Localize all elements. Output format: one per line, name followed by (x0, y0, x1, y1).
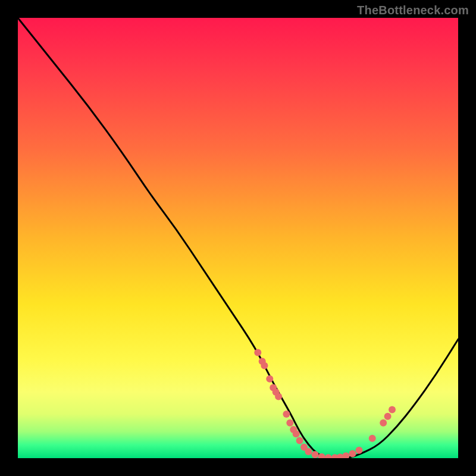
curve-marker (369, 435, 376, 442)
curve-marker (275, 393, 282, 400)
curve-marker (342, 452, 349, 458)
curve-marker (296, 437, 303, 444)
curve-marker (389, 406, 396, 414)
curve-marker (283, 411, 290, 418)
curve-marker (380, 419, 387, 427)
curve-marker (266, 375, 273, 383)
bottleneck-curve (18, 18, 458, 458)
curve-marker (286, 419, 293, 427)
curve-marker (325, 454, 332, 458)
chart-frame: TheBottleneck.com (0, 0, 476, 476)
curve-marker (293, 430, 300, 437)
curve-marker (349, 450, 356, 458)
bottleneck-curve-svg (18, 18, 458, 458)
curve-markers (254, 349, 396, 458)
curve-marker (254, 349, 261, 356)
curve-marker (356, 447, 363, 454)
curve-marker (305, 448, 312, 455)
plot-area (18, 18, 458, 458)
curve-marker (312, 451, 319, 458)
curve-marker (261, 362, 268, 369)
watermark-text: TheBottleneck.com (357, 4, 469, 17)
curve-marker (384, 413, 392, 420)
